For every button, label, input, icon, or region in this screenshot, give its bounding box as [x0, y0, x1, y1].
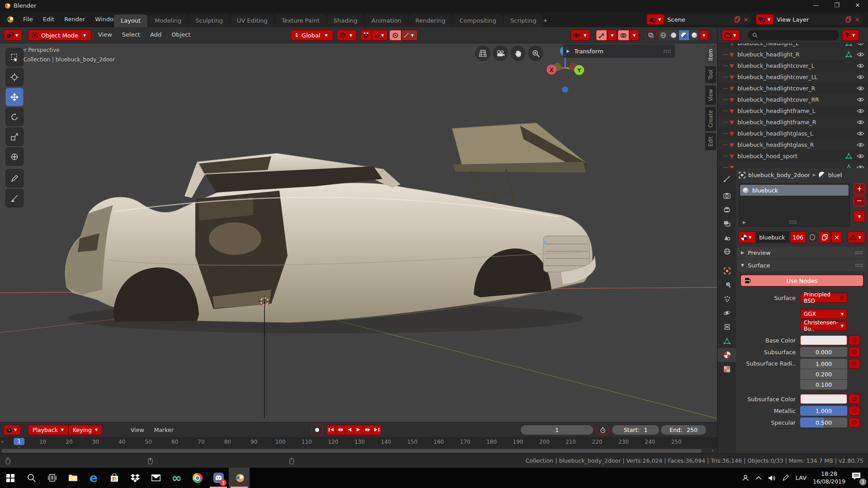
- specular-socket-button[interactable]: [849, 418, 860, 427]
- current-frame-field[interactable]: 1: [521, 425, 593, 435]
- visibility-eye-icon[interactable]: [857, 86, 864, 91]
- outliner-item[interactable]: ▼ bluebuck_headlightcover_L: [717, 60, 868, 71]
- menu-item[interactable]: Edit: [38, 14, 59, 25]
- mode-dropdown[interactable]: Object Mode ▼: [28, 30, 91, 41]
- infinity-app-icon[interactable]: ∞: [166, 468, 187, 488]
- visibility-eye-icon[interactable]: [857, 43, 864, 46]
- previous-keyframe-button[interactable]: [336, 425, 345, 434]
- unlink-scene-icon[interactable]: ×: [743, 16, 749, 23]
- new-view-layer-copy-icon[interactable]: [845, 16, 852, 23]
- chrome-icon[interactable]: [187, 468, 208, 488]
- timeline-menu-dropdown[interactable]: Playback ▼: [28, 425, 68, 435]
- store-icon[interactable]: [104, 468, 125, 488]
- slot-list-grip[interactable]: [789, 220, 797, 224]
- subsurface-color-socket-button[interactable]: [849, 394, 860, 404]
- visibility-eye-icon[interactable]: [857, 165, 864, 168]
- material-slot-selected[interactable]: bluebuck: [740, 185, 849, 196]
- surface-shader-button[interactable]: Principled BSD: [800, 293, 847, 303]
- gizmo-settings-dropdown[interactable]: ▼: [607, 30, 617, 41]
- material-slot-list[interactable]: bluebuck ▶: [739, 183, 850, 227]
- action-center-button[interactable]: 3: [852, 472, 863, 484]
- panel-drag-grip[interactable]: [663, 49, 671, 53]
- minimize-button[interactable]: —: [806, 0, 826, 12]
- object-visibility-dropdown[interactable]: ▼: [571, 30, 590, 41]
- tab-material[interactable]: [717, 348, 736, 362]
- base-color-swatch[interactable]: [800, 335, 847, 345]
- tab-texture[interactable]: [717, 362, 736, 376]
- panel-preview[interactable]: ▶ Preview: [737, 247, 867, 258]
- material-users-count[interactable]: 106: [790, 231, 806, 243]
- visibility-eye-icon[interactable]: [857, 131, 864, 136]
- tool-rotate[interactable]: [5, 108, 24, 126]
- subsurface-color-swatch[interactable]: [800, 394, 847, 404]
- snap-toggle[interactable]: [360, 30, 372, 41]
- viewport-3d[interactable]: User Perspective (1) Collection | bluebu…: [0, 43, 717, 422]
- frame-end-field[interactable]: End:250: [661, 425, 706, 435]
- copy-material-button[interactable]: [819, 231, 830, 243]
- add-slot-button[interactable]: +: [854, 183, 865, 194]
- slot-specials-dropdown[interactable]: ▼: [854, 211, 865, 222]
- radius-y-field[interactable]: 0.200: [800, 369, 847, 379]
- radius-socket-button[interactable]: [849, 359, 860, 369]
- subsurface-value-field[interactable]: 0.000: [800, 347, 847, 357]
- show-gizmo-toggle[interactable]: [596, 30, 607, 41]
- tab-object-data[interactable]: [717, 334, 736, 348]
- subsurface-socket-button[interactable]: [849, 347, 860, 357]
- panel-surface[interactable]: ▼ Surface: [737, 259, 867, 271]
- outliner-item[interactable]: ▼ bluebuck_headlightframe_L: [717, 105, 868, 117]
- subsurface-method-dropdown[interactable]: Christensen-Bu.. ▼: [800, 321, 847, 331]
- new-scene-copy-icon[interactable]: [734, 16, 741, 23]
- zoom-view-button[interactable]: [528, 46, 543, 61]
- play-button[interactable]: [354, 425, 363, 434]
- outliner-item[interactable]: ▼ bluebuck_headlightglass_L: [717, 128, 868, 139]
- menu-item[interactable]: View: [93, 29, 117, 40]
- collapse-arrow-icon[interactable]: ▶: [566, 49, 570, 53]
- use-preview-range-toggle[interactable]: [597, 425, 609, 435]
- taskbar-search-button[interactable]: [21, 468, 42, 488]
- visibility-eye-icon[interactable]: [857, 75, 864, 80]
- timeline-editor-type-dropdown[interactable]: ▼: [4, 425, 21, 435]
- overlays-settings-dropdown[interactable]: ▼: [629, 30, 639, 41]
- snap-settings-dropdown[interactable]: ▼: [372, 30, 388, 41]
- specular-slider[interactable]: 0.500: [800, 418, 847, 427]
- volume-icon[interactable]: [768, 475, 776, 481]
- tab-world[interactable]: [717, 244, 736, 258]
- tab-modifiers[interactable]: [717, 278, 736, 292]
- visibility-eye-icon[interactable]: [857, 52, 864, 57]
- outliner-item[interactable]: ▼ bluebuck_hood_sport: [717, 150, 868, 162]
- menu-item[interactable]: Select: [117, 29, 145, 40]
- editor-type-dropdown[interactable]: ▼: [4, 30, 22, 41]
- blender-app-menu-icon[interactable]: [5, 16, 14, 23]
- sidebar-tab[interactable]: Edit: [705, 133, 716, 150]
- menu-item[interactable]: File: [18, 14, 38, 25]
- visibility-eye-icon[interactable]: [857, 142, 864, 147]
- remove-view-layer-icon[interactable]: ×: [854, 16, 860, 23]
- sidebar-panel-transform[interactable]: ▶ Transform: [563, 44, 675, 58]
- sidebar-tab[interactable]: Tool: [705, 66, 716, 83]
- tool-measure[interactable]: [5, 189, 24, 207]
- workspace-tab[interactable]: Compositing: [453, 14, 504, 27]
- outliner-item[interactable]: ▼ bluebuck_headlight_R: [717, 49, 868, 60]
- auto-keying-record-button[interactable]: [311, 425, 323, 435]
- scene-field[interactable]: Scene ×: [665, 14, 751, 25]
- metallic-socket-button[interactable]: [849, 406, 860, 416]
- outliner-filter-dropdown[interactable]: ▼: [842, 30, 859, 41]
- visibility-eye-icon[interactable]: [857, 120, 864, 125]
- workspace-tab[interactable]: Modeling: [148, 14, 189, 27]
- file-explorer-icon[interactable]: [62, 468, 83, 488]
- camera-view-button[interactable]: [493, 46, 508, 61]
- radius-x-field[interactable]: 1.000: [800, 359, 847, 369]
- tab-render[interactable]: [717, 188, 736, 202]
- tab-view-layer[interactable]: [717, 216, 736, 230]
- visibility-eye-icon[interactable]: [857, 97, 864, 102]
- visibility-eye-icon[interactable]: [857, 63, 864, 68]
- outliner[interactable]: ▼ bluebuck_headlight_L ▼ bluebuck_headli…: [717, 43, 868, 168]
- fake-user-shield-toggle[interactable]: [807, 231, 818, 243]
- link-override-dropdown[interactable]: ▼: [848, 231, 865, 243]
- menu-item[interactable]: Render: [59, 14, 90, 25]
- people-icon[interactable]: [742, 474, 749, 482]
- shading-rendered-button[interactable]: [689, 30, 699, 40]
- add-workspace-button[interactable]: +: [539, 14, 552, 27]
- tool-transform[interactable]: [5, 147, 24, 166]
- sidebar-tab[interactable]: Item: [705, 45, 716, 64]
